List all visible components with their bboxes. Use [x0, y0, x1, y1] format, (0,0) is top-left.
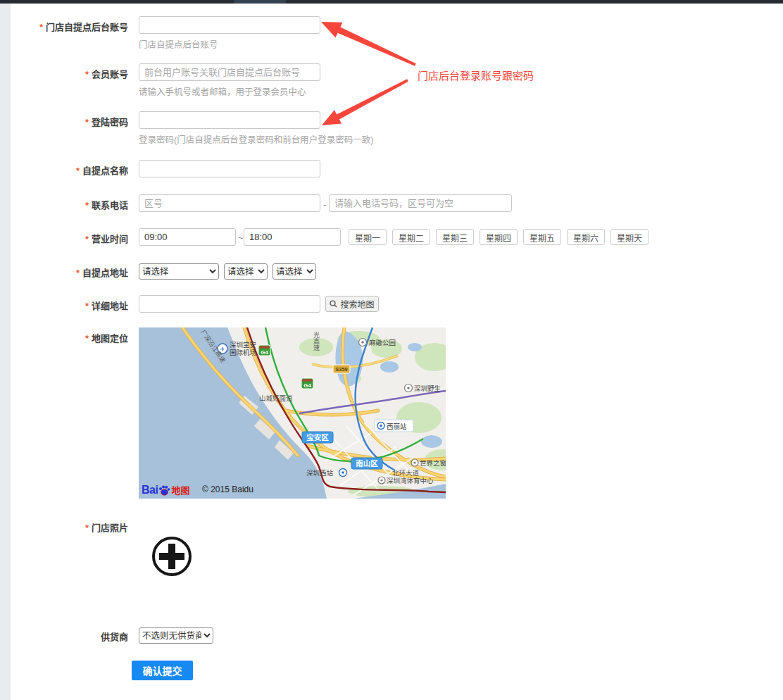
- required-asterisk: *: [39, 22, 43, 32]
- required-asterisk: *: [85, 523, 89, 533]
- password-helper: 登录密码(门店自提点后台登录密码和前台用户登录密码一致): [139, 132, 373, 146]
- baidu-map-canvas: G4 G4 S359 ✈ 深圳宝安 国际机场 广深沿江高速 光高速: [139, 327, 446, 499]
- map-label: *地图定位: [11, 331, 128, 344]
- sports-center-poi: 深圳湾体育中心: [378, 477, 434, 485]
- detail-address-input[interactable]: [139, 295, 320, 313]
- svg-text:宝安区: 宝安区: [306, 433, 329, 442]
- noodle-street-label: 山城好面道: [259, 394, 293, 402]
- svg-text:G4: G4: [303, 382, 311, 389]
- required-asterisk: *: [85, 117, 89, 127]
- sidebar-edge: [0, 4, 11, 700]
- g4-shield-1: G4: [258, 345, 270, 356]
- svg-text:S359: S359: [335, 366, 348, 373]
- weekday-button-saturday[interactable]: 星期六: [567, 229, 605, 245]
- close-time-input[interactable]: [244, 228, 341, 246]
- annotation-arrow-up: [321, 22, 416, 66]
- zoo-poi: 深圳野生: [405, 385, 441, 393]
- open-time-input[interactable]: [139, 228, 236, 246]
- required-asterisk: *: [85, 234, 89, 244]
- weekday-button-wednesday[interactable]: 星期三: [436, 229, 474, 245]
- baidu-logo: Bai 地图: [142, 483, 189, 496]
- svg-text:西丽站: 西丽站: [387, 423, 407, 430]
- west-station-poi: 深圳西站: [306, 469, 347, 477]
- photo-label: *门店照片: [11, 520, 128, 534]
- nanshan-district-badge: 南山区: [351, 458, 382, 469]
- annotation-arrow-down: [322, 79, 408, 125]
- supplier-label: 供货商: [11, 630, 128, 643]
- svg-text:深圳宝安: 深圳宝安: [230, 341, 256, 349]
- weekday-button-tuesday[interactable]: 星期二: [392, 229, 430, 245]
- required-asterisk: *: [85, 200, 89, 211]
- baidu-map[interactable]: G4 G4 S359 ✈ 深圳宝安 国际机场 广深沿江高速 光高速: [139, 327, 446, 499]
- annotation-text: 门店后台登录账号跟密码: [418, 68, 534, 82]
- g4-shield-2: G4: [301, 378, 313, 389]
- address-label: *自提点地址: [11, 265, 128, 279]
- detail-address-label: *详细地址: [11, 299, 128, 312]
- supplier-select[interactable]: 不选则无供货商: [139, 627, 213, 644]
- password-input[interactable]: [139, 111, 320, 129]
- map-copyright: © 2015 Baidu: [202, 485, 253, 494]
- member-account-input[interactable]: [139, 63, 320, 81]
- weekday-button-monday[interactable]: 星期一: [349, 229, 387, 245]
- xili-station-poi: 西丽站: [375, 420, 413, 432]
- s359-shield: S359: [333, 365, 350, 373]
- province-select[interactable]: 请选择: [139, 263, 219, 280]
- svg-text:麻磡公园: 麻磡公园: [369, 339, 396, 346]
- search-map-button[interactable]: 搜索地图: [325, 296, 379, 312]
- svg-text:深圳野生: 深圳野生: [414, 385, 441, 392]
- browser-chrome-strip: [0, 0, 783, 4]
- search-icon: [330, 300, 337, 308]
- phone-area-code-input[interactable]: [139, 194, 320, 212]
- svg-text:南山区: 南山区: [356, 459, 378, 468]
- svg-text:G4: G4: [261, 349, 268, 356]
- baidu-paw-icon: [158, 485, 170, 496]
- required-asterisk: *: [76, 165, 80, 176]
- required-asterisk: *: [85, 333, 89, 344]
- weekday-button-thursday[interactable]: 星期四: [480, 229, 518, 245]
- pickup-name-label: *自提点名称: [11, 163, 128, 177]
- svg-text:深圳西站: 深圳西站: [306, 469, 334, 477]
- weekday-button-sunday[interactable]: 星期天: [610, 229, 649, 245]
- phone-number-input[interactable]: [329, 194, 512, 212]
- pickup-point-form-page: *门店自提点后台账号 门店自提点后台账号 *会员账号 请输入手机号或者邮箱，用于…: [0, 0, 783, 700]
- hours-separator: ~: [238, 232, 244, 243]
- backend-account-label: *门店自提点后台账号: [11, 20, 128, 33]
- required-asterisk: *: [85, 69, 89, 80]
- required-asterisk: *: [76, 268, 80, 278]
- add-photo-icon: [150, 535, 194, 578]
- confirm-submit-button[interactable]: 确认提交: [132, 661, 193, 680]
- svg-text:世界之窗: 世界之窗: [420, 459, 446, 467]
- baidu-logo-ditu: 地图: [171, 483, 189, 496]
- baoan-district-badge: 宝安区: [302, 432, 333, 443]
- vertical-expressway-label: 光高速: [313, 331, 320, 351]
- phone-label: *联系电话: [11, 198, 128, 211]
- browser-tab-remnant: [234, 0, 286, 4]
- required-asterisk: *: [85, 301, 89, 311]
- city-select[interactable]: 请选择: [224, 263, 268, 280]
- phone-separator: -: [323, 199, 326, 210]
- hours-label: *营业时间: [11, 232, 128, 245]
- park-poi: 麻磡公园: [359, 339, 396, 347]
- beihuan-road-label: 北环大道: [392, 469, 420, 477]
- baidu-logo-bai: Bai: [142, 484, 158, 496]
- window-of-world-poi: 世界之窗: [411, 459, 446, 467]
- weekday-button-group: 星期一 星期二 星期三 星期四 星期五 星期六 星期天: [349, 229, 649, 245]
- photo-upload-button[interactable]: [146, 527, 198, 585]
- pickup-name-input[interactable]: [139, 160, 320, 177]
- backend-account-helper: 门店自提点后台账号: [139, 37, 218, 51]
- weekday-button-friday[interactable]: 星期五: [523, 229, 561, 245]
- password-label: *登陆密码: [11, 115, 128, 128]
- svg-text:国际机场: 国际机场: [230, 349, 256, 356]
- member-account-helper: 请输入手机号或者邮箱，用于登录会员中心: [139, 85, 306, 98]
- backend-account-input[interactable]: [139, 16, 320, 34]
- member-account-label: *会员账号: [11, 67, 128, 80]
- district-select[interactable]: 请选择: [273, 263, 316, 280]
- svg-text:深圳湾体育中心: 深圳湾体育中心: [387, 477, 434, 485]
